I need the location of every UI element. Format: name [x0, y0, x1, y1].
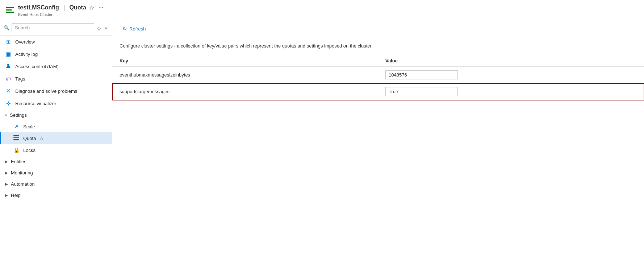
- resource-viz-icon: ⊹: [5, 100, 12, 107]
- sidebar-label-automation: Automation: [11, 181, 35, 187]
- svg-point-0: [7, 64, 9, 66]
- sidebar-label-scale: Scale: [23, 124, 35, 129]
- logo-line-2: [6, 9, 12, 11]
- table-body: eventhubmaxmessagesizeinbytessupportslar…: [112, 67, 644, 100]
- sidebar-item-resource-viz[interactable]: ⊹ Resource visualizer: [0, 97, 112, 110]
- quota-icon: [13, 135, 20, 141]
- table-row: eventhubmaxmessagesizeinbytes: [112, 67, 644, 83]
- content-description: Configure cluster settings - a collectio…: [112, 37, 644, 52]
- svg-rect-1: [13, 135, 19, 136]
- sidebar-section-settings[interactable]: ▾ Settings: [0, 110, 112, 121]
- sidebar-item-iam[interactable]: Access control (IAM): [0, 60, 112, 73]
- header: testLMSConfig | Quota ☆ ··· Event Hubs C…: [0, 0, 644, 20]
- sidebar-label-activity-log: Activity log: [15, 51, 107, 57]
- sidebar-label-help: Help: [11, 193, 21, 198]
- app-logo: [6, 7, 14, 13]
- sidebar-item-activity-log[interactable]: ▣ Activity log: [0, 48, 112, 60]
- locks-icon: 🔒: [13, 147, 20, 153]
- refresh-button[interactable]: ↻ Refresh: [120, 24, 149, 33]
- table-row: supportslargemessages: [112, 83, 644, 100]
- sidebar-label-resource-viz: Resource visualizer: [15, 101, 107, 106]
- settings-chevron-icon: ▾: [5, 113, 7, 117]
- sidebar-section-monitoring[interactable]: ▶ Monitoring: [0, 167, 112, 178]
- svg-rect-2: [13, 137, 19, 139]
- col-header-key: Key: [112, 55, 378, 67]
- sidebar-item-diagnose[interactable]: ✕ Diagnose and solve problems: [0, 85, 112, 97]
- sidebar-item-scale[interactable]: ↗ Scale: [0, 121, 112, 132]
- help-chevron-icon: ▶: [5, 193, 8, 197]
- tags-icon: 🏷: [5, 76, 12, 82]
- sidebar-label-quota: Quota: [23, 136, 36, 141]
- header-separator: |: [63, 4, 65, 12]
- logo-line-3: [6, 12, 14, 13]
- quota-table: Key Value eventhubmaxmessagesizeinbytess…: [112, 55, 644, 100]
- sidebar-label-diagnose: Diagnose and solve problems: [15, 88, 107, 94]
- search-input[interactable]: [12, 23, 94, 32]
- sidebar-label-locks: Locks: [23, 148, 35, 153]
- activity-log-icon: ▣: [5, 51, 12, 57]
- diagnose-icon: ✕: [5, 88, 12, 94]
- sidebar-label-monitoring: Monitoring: [11, 170, 33, 176]
- content-toolbar: ↻ Refresh: [112, 20, 644, 37]
- sidebar-item-overview[interactable]: ⊞ Overview: [0, 36, 112, 48]
- monitoring-chevron-icon: ▶: [5, 171, 8, 175]
- svg-rect-3: [13, 139, 19, 140]
- iam-icon: [5, 63, 12, 70]
- filter-icon-button[interactable]: ◇: [96, 24, 102, 32]
- logo-line-1: [6, 7, 14, 8]
- scale-icon: ↗: [13, 124, 20, 129]
- page-title: Quota: [70, 4, 86, 11]
- table-cell-key-1: supportslargemessages: [112, 83, 378, 100]
- sidebar-label-settings: Settings: [10, 112, 27, 118]
- automation-chevron-icon: ▶: [5, 182, 8, 186]
- sidebar-section-help[interactable]: ▶ Help: [0, 190, 112, 201]
- table-header: Key Value: [112, 55, 644, 67]
- collapse-sidebar-button[interactable]: «: [104, 24, 108, 32]
- resource-subtitle: Event Hubs Cluster: [18, 12, 105, 17]
- overview-icon: ⊞: [5, 38, 12, 45]
- sidebar: 🔍 ◇ « ⊞ Overview ▣ Activity log Access c…: [0, 20, 112, 264]
- sidebar-item-locks[interactable]: 🔒 Locks: [0, 144, 112, 156]
- search-icon: 🔍: [4, 25, 9, 30]
- quota-star-icon: ☆: [39, 136, 44, 141]
- table-cell-value-1: [378, 83, 644, 100]
- refresh-label: Refresh: [129, 26, 146, 32]
- sidebar-label-tags: Tags: [15, 76, 107, 82]
- sidebar-label-iam: Access control (IAM): [15, 64, 107, 69]
- content-area: ↻ Refresh Configure cluster settings - a…: [112, 20, 644, 264]
- header-title-group: testLMSConfig | Quota ☆ ··· Event Hubs C…: [18, 4, 105, 17]
- main-layout: 🔍 ◇ « ⊞ Overview ▣ Activity log Access c…: [0, 20, 644, 264]
- table-cell-value-0: [378, 67, 644, 83]
- value-input-1[interactable]: [385, 87, 458, 96]
- sidebar-item-quota[interactable]: Quota ☆: [0, 132, 112, 144]
- sidebar-label-entities: Entities: [11, 159, 26, 164]
- sidebar-item-tags[interactable]: 🏷 Tags: [0, 73, 112, 85]
- sidebar-search-row: 🔍 ◇ «: [0, 20, 112, 36]
- sidebar-label-overview: Overview: [15, 39, 107, 45]
- sidebar-section-entities[interactable]: ▶ Entities: [0, 156, 112, 167]
- resource-name: testLMSConfig: [18, 4, 59, 11]
- refresh-icon: ↻: [122, 25, 127, 32]
- favorite-button[interactable]: ☆: [88, 4, 96, 12]
- col-header-value: Value: [378, 55, 644, 67]
- entities-chevron-icon: ▶: [5, 160, 8, 164]
- more-button[interactable]: ···: [97, 4, 105, 12]
- value-input-0[interactable]: [385, 70, 458, 79]
- table-cell-key-0: eventhubmaxmessagesizeinbytes: [112, 67, 378, 83]
- sidebar-section-automation[interactable]: ▶ Automation: [0, 178, 112, 190]
